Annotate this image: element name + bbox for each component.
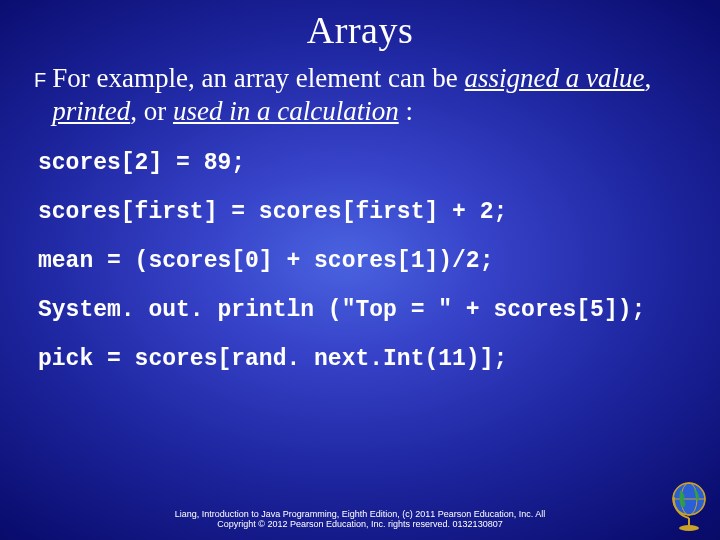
bullet-icon: F [34,68,46,92]
footer-line-2: Copyright © 2012 Pearson Education, Inc.… [0,520,720,530]
bullet-text: For example, an array element can be ass… [52,62,686,128]
slide: Arrays F For example, an array element c… [0,0,720,540]
body: F For example, an array element can be a… [0,52,720,128]
bullet-frag-1: assigned a value [465,63,645,93]
globe-icon [668,480,710,532]
bullet-frag-2: , [645,63,652,93]
code-line-5: pick = scores[rand. next.Int(11)]; [38,346,686,373]
code-line-3: mean = (scores[0] + scores[1])/2; [38,248,686,275]
bullet-frag-6: : [399,96,413,126]
bullet-frag-5: used in a calculation [173,96,399,126]
code-line-1: scores[2] = 89; [38,150,686,177]
svg-point-3 [679,525,699,531]
code-line-4: System. out. println ("Top = " + scores[… [38,297,686,324]
bullet-item: F For example, an array element can be a… [34,62,686,128]
footer-line-1: Liang, Introduction to Java Programming,… [175,509,546,519]
code-block: scores[2] = 89; scores[first] = scores[f… [0,150,720,374]
code-line-2: scores[first] = scores[first] + 2; [38,199,686,226]
bullet-frag-0: For example, an array element can be [52,63,464,93]
bullet-frag-4: , or [130,96,173,126]
footer: Liang, Introduction to Java Programming,… [0,510,720,530]
page-title: Arrays [0,0,720,52]
bullet-frag-3: printed [52,96,130,126]
